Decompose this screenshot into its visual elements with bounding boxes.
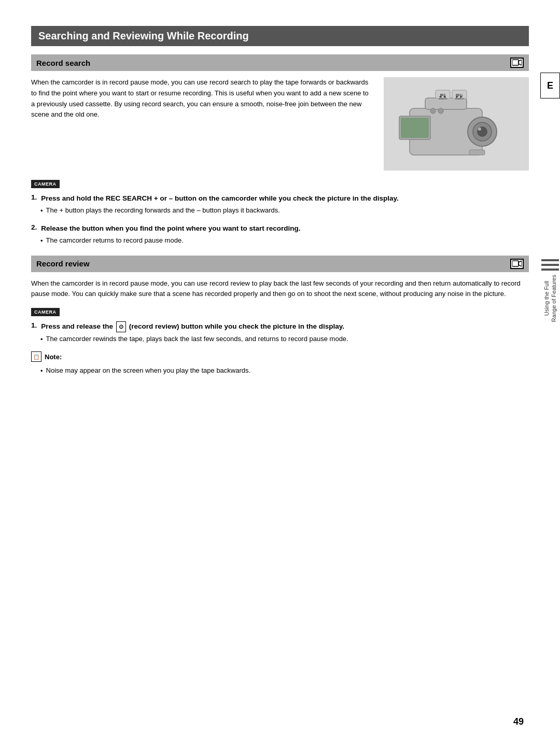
page-number: 49 [513,716,524,727]
record-review-icon [510,259,524,269]
bullet-dot-1: • [40,206,43,216]
camera-badge-2: CAMERA [31,308,60,316]
rr-step-1-text: Press and release the ⊙ (record review) … [41,321,344,332]
svg-rect-0 [512,60,519,65]
svg-rect-21 [512,261,519,266]
step-1-text: Press and hold the REC SEARCH + or – but… [41,193,399,204]
step-1-num: 1. [31,193,37,204]
main-content: Searching and Reviewing While Recording … [31,26,529,376]
record-review-label: Record review [36,259,90,268]
step-2-text: Release the button when you find the poi… [41,223,300,234]
svg-point-19 [438,108,443,114]
sidebar-vertical-text: Using the Full Range of Features [543,275,558,322]
step-2-bullet: • The camcorder returns to record pause … [40,235,529,246]
svg-marker-1 [519,60,522,65]
record-review-button-icon: ⊙ [116,321,126,332]
svg-rect-20 [469,150,485,155]
record-search-steps: 1. Press and hold the REC SEARCH + or – … [31,193,529,246]
record-search-body: When the camcorder is in record pause mo… [31,77,373,171]
record-search-area: When the camcorder is in record pause mo… [31,77,529,171]
svg-point-18 [430,108,436,114]
bullet-dot-note: • [40,366,43,376]
right-tab-e: E [540,73,560,98]
rr-step-1: 1. Press and release the ⊙ (record revie… [31,321,529,344]
note-section: 📋 Note: • Noise may appear on the screen… [31,351,529,376]
note-header: 📋 Note: [31,351,529,362]
svg-text:►►: ►► [455,94,464,99]
page-title: Searching and Reviewing While Recording [31,26,529,46]
step-1-bullet: • The + button plays the recording forwa… [40,205,529,216]
note-label: Note: [45,353,62,361]
svg-marker-22 [519,261,522,266]
rr-step-1-bullet: • The camcorder rewinds the tape, plays … [40,334,529,345]
camcorder-image: REC SEARCH ◄◄ REC+ SEARCH ►► [384,77,529,171]
record-search-label: Record search [36,59,90,67]
sidebar-decoration [541,259,559,271]
record-review-section: Record review When the camcorder is in r… [31,256,529,376]
record-review-body: When the camcorder is in record pause mo… [31,278,529,300]
rr-step-1-num: 1. [31,321,37,332]
record-search-header: Record search [31,54,529,71]
bullet-dot-2: • [40,236,43,246]
record-review-steps: 1. Press and release the ⊙ (record revie… [31,321,529,344]
record-search-icon [510,58,524,68]
svg-text:◄◄: ◄◄ [438,94,446,99]
step-2: 2. Release the button when you find the … [31,223,529,246]
camcorder-svg: REC SEARCH ◄◄ REC+ SEARCH ►► [394,82,519,165]
note-icon: 📋 [31,351,41,362]
right-sidebar: Using the Full Range of Features [540,259,560,322]
svg-rect-8 [401,118,429,138]
step-1: 1. Press and hold the REC SEARCH + or – … [31,193,529,216]
svg-point-6 [478,128,481,131]
note-bullet: • Noise may appear on the screen when yo… [40,365,529,376]
camera-badge-1: CAMERA [31,180,60,188]
step-2-num: 2. [31,223,37,234]
record-review-header: Record review [31,256,529,272]
bullet-dot-rr-1: • [40,334,43,345]
